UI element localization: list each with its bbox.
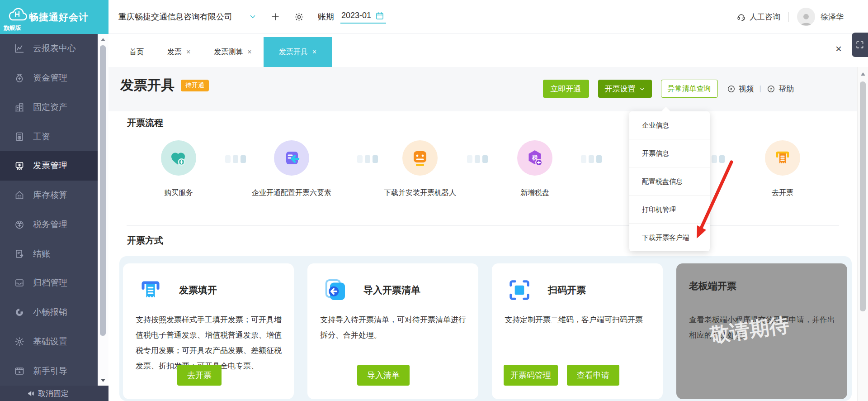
invoice-code-manage-button[interactable]: 开票码管理: [504, 365, 558, 386]
main-content: 开票流程 购买服务 企业开通配置开票六要素 下载并安装开票机器人 税: [108, 111, 857, 401]
sidebar-item-salary[interactable]: 工资: [0, 122, 98, 151]
import-list-button[interactable]: 导入清单: [357, 365, 410, 386]
sidebar-item-archive[interactable]: 归档管理: [0, 268, 98, 298]
view-requests-button[interactable]: 查看申请: [567, 365, 619, 386]
tax-seal-icon: [14, 219, 25, 230]
calculator-icon: [14, 131, 25, 142]
method-card-import-list: 导入开票清单 支持导入待开票清单，可对待开票清单进行拆分、合并处理。 导入清单: [307, 263, 478, 399]
tab-close-icon[interactable]: ×: [312, 48, 316, 56]
flow-step-configure: 企业开通配置开票六要素: [242, 140, 341, 198]
headset-icon: [736, 12, 746, 22]
invoice-printer-icon: [765, 140, 800, 176]
period-value[interactable]: 2023-01: [341, 11, 371, 20]
sidebar-item-report-center[interactable]: 云报表中心: [0, 34, 98, 63]
help-circle-icon: ?: [767, 85, 775, 93]
app-root: 重庆畅捷交通信息咨询有限公司 账期 2023-01 人工咨询: [0, 0, 868, 401]
topbar: 重庆畅捷交通信息咨询有限公司 账期 2023-01 人工咨询: [108, 0, 868, 33]
card-description: 支持导入待开票清单，可对待开票清单进行拆分、合并处理。: [320, 312, 468, 343]
brand-logo[interactable]: 畅捷通好会计 旗舰版: [0, 0, 108, 34]
tab-invoice-calc[interactable]: 发票测算 ×: [202, 37, 263, 67]
sidebar-scrollbar[interactable]: [98, 34, 108, 386]
username[interactable]: 徐泽华: [821, 12, 844, 22]
fullscreen-button[interactable]: [852, 33, 868, 57]
close-all-tabs-icon[interactable]: ×: [835, 43, 842, 54]
tab-close-icon[interactable]: ×: [247, 48, 251, 56]
tab-invoice[interactable]: 发票 ×: [156, 37, 202, 67]
chevron-down-icon: [639, 86, 645, 92]
building-icon: [14, 102, 25, 113]
play-circle-icon: [727, 85, 736, 93]
qr-scan-icon: [505, 275, 534, 305]
archive-tray-icon: [14, 277, 25, 288]
go-invoice-button[interactable]: 去开票: [177, 365, 222, 386]
tab-close-icon[interactable]: ×: [186, 48, 190, 56]
flow-dots: [581, 155, 602, 163]
sidebar-item-basic-settings[interactable]: 基础设置: [0, 327, 98, 357]
tab-invoice-issue[interactable]: 发票开具 ×: [264, 37, 332, 67]
video-link[interactable]: 视频 | ? 帮助: [727, 84, 794, 94]
chevron-down-icon[interactable]: [249, 13, 257, 21]
section-divider: [127, 225, 839, 226]
tab-home[interactable]: 首页: [118, 37, 156, 67]
card-title: 发票填开: [179, 284, 217, 296]
import-docs-icon: [320, 275, 350, 305]
flow-step-go-invoice: 去开票: [733, 140, 832, 198]
flow-section-title: 开票流程: [127, 117, 163, 129]
config-doc-icon: [274, 140, 309, 176]
brand-cloud-icon: [7, 6, 28, 26]
card-title: 扫码开票: [548, 284, 586, 296]
company-name[interactable]: 重庆畅捷交通信息咨询有限公司: [118, 11, 232, 22]
activate-now-button[interactable]: 立即开通: [543, 80, 589, 98]
page-actions: 立即开通 开票设置 异常清单查询 视频 | ? 帮助: [543, 80, 794, 98]
support-link[interactable]: 人工咨询: [750, 12, 780, 22]
sidebar-item-fixed-assets[interactable]: 固定资产: [0, 93, 98, 122]
unpin-label: 取消固定: [38, 388, 69, 399]
unpin-sidebar-button[interactable]: 取消固定: [0, 386, 108, 401]
period-picker[interactable]: 2023-01: [340, 10, 386, 24]
sidebar-scroll-thumb[interactable]: [100, 45, 106, 336]
tabbar: 首页 发票 × 发票测算 × 发票开具 ×: [108, 33, 868, 67]
sidebar-item-invoice-mgmt[interactable]: 发票管理: [0, 151, 98, 181]
sidebar-item-reimburse[interactable]: 小畅报销: [0, 298, 98, 327]
account-settings-gear-icon[interactable]: [294, 12, 304, 22]
sidebar-item-beginner-guide[interactable]: 新手引导: [0, 356, 98, 386]
menu-item-download-client[interactable]: 下载开票客户端: [629, 224, 710, 251]
gear-icon: [14, 336, 25, 347]
flow-step-buy-service: 购买服务: [129, 140, 228, 198]
divider: [788, 12, 789, 22]
help-link[interactable]: 帮助: [778, 84, 794, 94]
menu-item-company-info[interactable]: 企业信息: [629, 111, 710, 139]
divider: |: [760, 84, 761, 93]
add-account-icon[interactable]: [270, 12, 280, 22]
main-scrollbar[interactable]: [857, 67, 868, 401]
topbar-right: 人工咨询 徐泽华: [736, 0, 844, 33]
sidebar-item-tax-mgmt[interactable]: 税务管理: [0, 210, 98, 239]
menu-item-printer-mgmt[interactable]: 打印机管理: [629, 196, 710, 224]
method-card-boss-invoice: 老板端开票 查看老板端小程序提交的开票申请，并作出相应的开票处理。 敬请期待: [676, 263, 847, 399]
menu-item-invoice-info[interactable]: 开票信息: [629, 139, 710, 167]
sidebar-item-funds[interactable]: 资金管理: [0, 63, 98, 93]
scroll-up-icon[interactable]: [101, 38, 105, 41]
methods-section-title: 开票方式: [127, 234, 163, 247]
invoice-ticket-icon: [14, 160, 25, 171]
brand-edition: 旗舰版: [4, 24, 21, 32]
card-title: 老板端开票: [689, 280, 736, 292]
invoice-settings-button[interactable]: 开票设置: [598, 80, 652, 98]
sidebar-item-inventory[interactable]: 库存核算: [0, 181, 98, 210]
brand-name: 畅捷通好会计: [29, 11, 89, 24]
ledger-arrow-icon: [14, 248, 25, 259]
sidebar-item-closing[interactable]: 结账: [0, 239, 98, 268]
sidebar-menu: 云报表中心 资金管理 固定资产 工资 发票管理 库存核算 税务管理 结账: [0, 34, 98, 386]
flow-step-download-robot: 下载并安装开票机器人: [370, 140, 470, 198]
page-title: 发票开具: [120, 76, 175, 95]
scroll-up-icon[interactable]: [861, 72, 865, 76]
main-scroll-thumb[interactable]: [860, 81, 866, 311]
scroll-down-icon[interactable]: [101, 379, 105, 382]
abnormal-list-button[interactable]: 异常清单查询: [661, 80, 718, 98]
card-description: 支持定制开票二维码，客户端可扫码开票: [505, 312, 653, 328]
menu-item-tax-disk-config[interactable]: 配置税盘信息: [629, 167, 710, 196]
heart-plus-icon: [161, 140, 196, 176]
calendar-icon[interactable]: [375, 11, 384, 20]
topbar-left: 重庆畅捷交通信息咨询有限公司 账期 2023-01: [118, 0, 386, 33]
avatar[interactable]: [797, 8, 815, 26]
